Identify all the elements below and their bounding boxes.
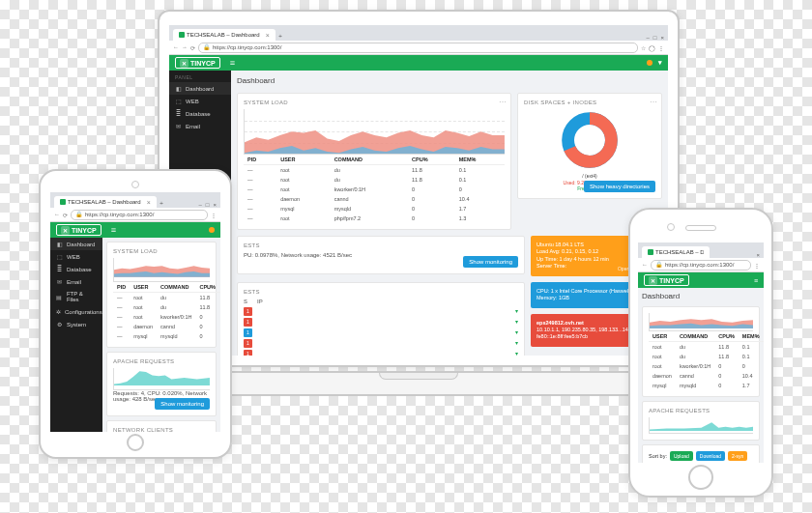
forward-icon[interactable]: → <box>182 44 188 50</box>
new-tab-button[interactable]: ＋ <box>276 32 285 41</box>
hamburger-icon[interactable]: ≡ <box>230 58 235 68</box>
reload-icon[interactable]: ⟳ <box>190 44 195 51</box>
disk-donut-chart <box>559 109 621 171</box>
user-menu-icon[interactable]: ▾ <box>658 59 662 67</box>
back-icon[interactable]: ← <box>173 44 179 50</box>
list-item[interactable]: 1▾ <box>244 318 518 327</box>
card-system-load-summary: ESTS PU: 0.0978%, Network usage: 4521 B/… <box>237 236 525 274</box>
list-item[interactable]: 1▾ <box>244 307 518 316</box>
hamburger-icon[interactable]: ≡ <box>754 277 758 284</box>
brand-logo[interactable]: ✕ TINYCP <box>56 224 102 236</box>
email-icon: ✉ <box>56 278 63 285</box>
card-system-load: USERCOMMANDCPU%MEM% rootdu11.80.1rootdu1… <box>642 306 760 397</box>
apache-chart <box>113 368 210 390</box>
chevron-right-icon: ▾ <box>515 308 518 314</box>
sidebar-item-database[interactable]: ≣ Database <box>169 107 231 120</box>
back-icon[interactable]: ← <box>54 212 60 217</box>
show-monitoring-button[interactable]: Show monitoring <box>155 398 210 410</box>
window-close-icon[interactable]: × <box>660 35 664 41</box>
hamburger-icon[interactable]: ≡ <box>111 225 116 235</box>
sidebar-item-web[interactable]: ⬚ WEB <box>169 95 231 107</box>
browser-tab[interactable]: TECHSEALAB – Dashboard × <box>173 29 276 41</box>
sidebar-item-email[interactable]: ✉Email <box>50 275 102 288</box>
chevron-right-icon: ▾ <box>515 340 518 346</box>
card-menu-icon[interactable]: ⋯ <box>499 98 507 106</box>
sort-upload-button[interactable]: Upload <box>670 451 693 461</box>
sidebar-item-database[interactable]: ≣Database <box>50 263 102 275</box>
sort-2syn-button[interactable]: 2-syn <box>728 451 747 461</box>
show-monitoring-button[interactable]: Show monitoring <box>463 256 518 268</box>
notification-icon[interactable] <box>647 60 652 66</box>
card-title: DISK SPACES + INODES <box>524 100 655 105</box>
table-row: mysqlmysqld01.7 <box>649 381 764 390</box>
sidebar-item-email[interactable]: ✉ Email <box>169 120 231 132</box>
sidebar: ◧Dashboard ⬚WEB ≣Database ✉Email ▤FTP & … <box>50 238 102 432</box>
web-icon: ⬚ <box>56 253 63 260</box>
table-row: —rootdu11.80.1 <box>113 302 220 312</box>
sidebar-item-system[interactable]: ⚙System <box>50 318 102 330</box>
table-row: —mysqlmysqld01.7 <box>113 331 220 341</box>
sidebar-item-label: Email <box>186 124 200 129</box>
status-badge: 1 <box>244 328 252 337</box>
brand-logo[interactable]: ✕ TINYCP <box>644 274 689 286</box>
menu-icon[interactable]: ⋮ <box>211 212 217 218</box>
new-tab-button[interactable]: ＋ <box>157 199 166 208</box>
chevron-right-icon: ▾ <box>515 319 518 325</box>
dashboard-icon: ◧ <box>56 241 63 247</box>
system-load-chart <box>113 258 210 282</box>
card-system-load: SYSTEM LOAD PIDUSERCOMMANDCPU%MEM% <box>106 242 217 348</box>
reload-icon[interactable]: ⟳ <box>63 212 68 218</box>
sidebar-item-label: System <box>67 322 86 328</box>
list-item[interactable]: 1▾ <box>244 339 518 348</box>
sidebar-item-web[interactable]: ⬚WEB <box>50 250 102 263</box>
list-item[interactable]: 1▾ <box>244 328 518 337</box>
card-clients: Sort by: Upload Download 2-syn 10.10.1.2… <box>642 444 760 463</box>
address-bar[interactable]: 🔒 https://cp.tinycp.com:1300/ <box>198 43 638 53</box>
col-header: IP <box>257 299 263 304</box>
th: PID <box>244 155 276 165</box>
card-title: APACHE REQUESTS <box>113 358 210 364</box>
sidebar-item-dashboard[interactable]: ◧ Dashboard <box>169 82 231 95</box>
window-max-icon[interactable]: □ <box>206 202 210 208</box>
table-row: —rootdu11.80.1 <box>113 293 220 303</box>
address-bar[interactable]: 🔒 https://cp.tinycp.com:1300/ <box>71 210 208 220</box>
home-button[interactable] <box>127 434 144 451</box>
home-button[interactable] <box>688 465 713 490</box>
show-heavy-dirs-button[interactable]: Show heavy directories <box>584 181 655 192</box>
address-bar[interactable]: 🔒 https://cp.tinycp.com:1300/ <box>651 260 751 271</box>
avatar-icon[interactable]: ◯ <box>649 44 655 51</box>
window-close-icon[interactable]: × <box>213 202 217 208</box>
browser-tab[interactable]: TECHSEALAB – Dashboard × <box>54 196 157 208</box>
tab-title: TECHSEALAB – Dashboard <box>68 199 141 205</box>
sidebar-item-label: WEB <box>186 99 199 104</box>
page-title: Dashboard <box>237 76 662 85</box>
sort-download-button[interactable]: Download <box>696 451 725 461</box>
sidebar-item-ftp[interactable]: ▤FTP & Files <box>50 288 102 305</box>
card-clients: NETWORK CLIENTS Sort by: Upload Download… <box>106 420 217 432</box>
window-min-icon[interactable]: – <box>199 202 202 208</box>
card-system-load: ⋯ SYSTEM LOAD 100 75 50 25 <box>237 93 511 230</box>
close-tab-icon[interactable]: × <box>147 199 151 206</box>
app-topbar: ✕ TINYCP ≡ <box>50 222 220 238</box>
brand-logo[interactable]: ✕ TINYCP <box>175 57 220 69</box>
notification-icon[interactable] <box>209 227 215 233</box>
url-text: https://cp.tinycp.com:1300/ <box>213 43 281 52</box>
sort-label: Sort by: <box>649 453 667 459</box>
window-close-icon[interactable]: × <box>756 252 760 258</box>
sidebar-item-config[interactable]: ✲Configurations <box>50 305 102 318</box>
window-min-icon[interactable]: – <box>647 35 650 41</box>
back-icon[interactable]: ← <box>642 262 648 268</box>
menu-icon[interactable]: ⋮ <box>754 262 760 269</box>
sidebar-item-label: Dashboard <box>67 242 95 247</box>
status-badge: 1 <box>244 350 252 356</box>
card-menu-icon[interactable]: ⋯ <box>650 98 657 106</box>
menu-icon[interactable]: ⋮ <box>658 44 664 51</box>
list-item[interactable]: 1▾ <box>244 350 518 356</box>
close-tab-icon[interactable]: × <box>266 32 270 39</box>
url-text: https://cp.tinycp.com:1300/ <box>665 261 734 270</box>
browser-tab[interactable]: TECHSEALAB – Dashboard <box>642 246 710 258</box>
sidebar-item-dashboard[interactable]: ◧Dashboard <box>50 238 102 250</box>
window-max-icon[interactable]: □ <box>653 35 657 41</box>
url-text: https://cp.tinycp.com:1300/ <box>85 211 154 219</box>
bookmark-icon[interactable]: ☆ <box>641 44 646 51</box>
